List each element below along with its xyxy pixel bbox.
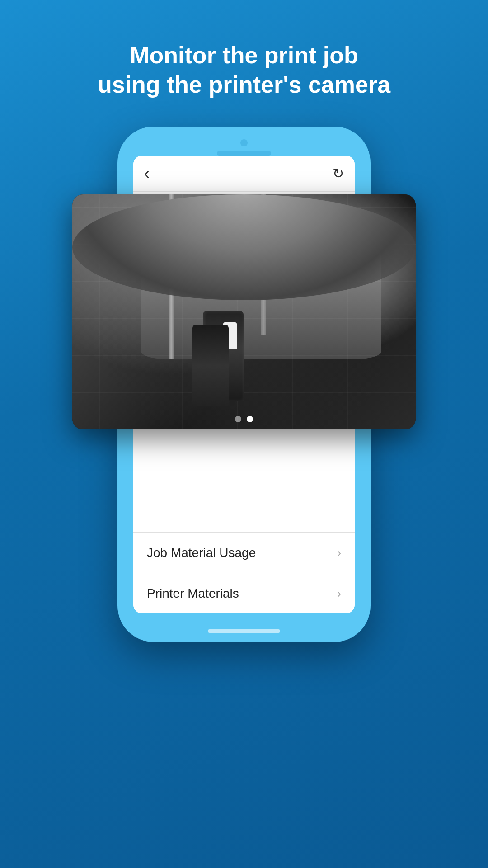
job-material-chevron: › <box>337 546 341 560</box>
camera-feed <box>72 194 416 429</box>
job-material-label: Job Material Usage <box>147 546 256 560</box>
dot-1[interactable] <box>235 416 241 422</box>
back-button[interactable]: ‹ <box>144 164 150 183</box>
menu-item-printer-materials[interactable]: Printer Materials › <box>133 573 355 613</box>
dot-2[interactable] <box>247 416 253 422</box>
carousel-dots <box>235 416 253 422</box>
printer-materials-label: Printer Materials <box>147 586 239 601</box>
front-camera <box>240 139 248 146</box>
menu-list: Job Material Usage › Printer Materials › <box>133 505 355 613</box>
header-line-1: Monitor the print job <box>130 42 358 68</box>
app-topbar: ‹ ↻ <box>133 156 355 192</box>
refresh-button[interactable]: ↻ <box>333 165 344 181</box>
speaker-grill <box>217 151 271 156</box>
phone-notch <box>117 127 371 156</box>
home-indicator <box>208 629 280 633</box>
printer-materials-chevron: › <box>337 586 341 601</box>
camera-image <box>72 194 416 429</box>
page-header: Monitor the print job using the printer'… <box>61 41 427 99</box>
menu-item-job-material[interactable]: Job Material Usage › <box>133 532 355 573</box>
header-line-2: using the printer's camera <box>98 71 390 98</box>
